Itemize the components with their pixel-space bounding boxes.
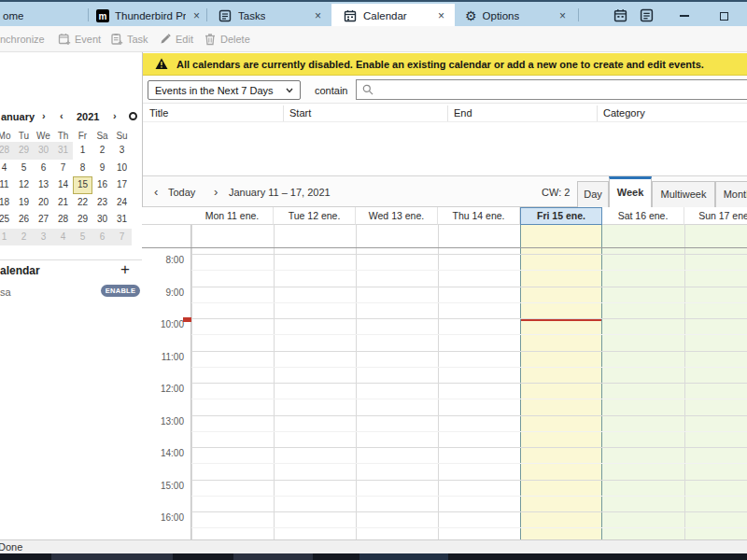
minimonth-day-cell[interactable]: 20	[34, 194, 53, 212]
minimonth-day-cell[interactable]: 6	[34, 160, 53, 177]
minimonth-day-cell[interactable]: 7	[112, 229, 132, 246]
search-input[interactable]	[374, 81, 747, 98]
enable-calendar-badge[interactable]: ENABLE	[101, 285, 140, 297]
day-header-7[interactable]: Sun 17 ene.	[684, 207, 747, 225]
close-icon[interactable]: ×	[557, 9, 568, 22]
tab-label: Options	[483, 10, 520, 21]
tab-options[interactable]: ⚙ Options ×	[455, 4, 576, 28]
minimonth-day-cell[interactable]: 8	[73, 160, 92, 177]
view-tab-day[interactable]: Day	[577, 181, 609, 207]
half-hour-gridline	[191, 496, 747, 497]
minimonth-day-cell[interactable]: 31	[53, 142, 73, 160]
column-header-category[interactable]: Category	[603, 107, 645, 119]
open-tasks-tab-button[interactable]	[636, 6, 656, 24]
minimonth-day-cell[interactable]: 24	[112, 194, 132, 212]
tab-label: Tasks	[238, 10, 265, 21]
minimonth-next-year-arrow[interactable]: ›	[113, 110, 117, 121]
minimonth-day-cell[interactable]: 28	[53, 211, 73, 229]
minimonth-day-cell[interactable]: 31	[112, 211, 132, 229]
minimonth-day-cell[interactable]: 4	[0, 160, 14, 177]
maximize-button[interactable]	[710, 4, 738, 28]
tab-separator	[578, 8, 579, 21]
minimonth-day-cell[interactable]: 6	[92, 229, 112, 246]
hour-label: 13:00	[147, 416, 184, 427]
minimonth-day-cell[interactable]: 26	[14, 211, 34, 229]
day-header-5[interactable]: Fri 15 ene.	[520, 207, 602, 225]
minimonth-day-cell[interactable]: 7	[53, 160, 73, 177]
tab-home[interactable]: ome	[0, 4, 86, 28]
minimonth-day-cell[interactable]: 5	[73, 229, 92, 246]
view-tab-multiweek[interactable]: Multiweek	[652, 181, 715, 207]
minimonth-day-cell[interactable]: 3	[34, 229, 53, 246]
minimize-button[interactable]	[670, 4, 698, 28]
hour-gridline	[191, 447, 747, 448]
minimonth-today-button[interactable]	[129, 112, 137, 120]
new-task-button[interactable]: Task	[110, 26, 148, 51]
minimonth-day-cell[interactable]: 30	[34, 142, 53, 160]
tab-calendar[interactable]: Calendar ×	[331, 4, 455, 28]
close-icon[interactable]: ×	[436, 9, 446, 22]
minimonth-day-cell[interactable]: 12	[14, 176, 34, 194]
add-calendar-button[interactable]: +	[120, 260, 130, 279]
minimonth-day-cell[interactable]: 25	[0, 211, 14, 229]
close-icon[interactable]: ×	[191, 9, 202, 22]
minimonth-today-cell[interactable]: 15	[73, 176, 92, 194]
minimonth-day-cell[interactable]: 9	[92, 160, 112, 177]
column-header-title[interactable]: Title	[149, 107, 168, 119]
minimonth-day-cell[interactable]: 14	[53, 176, 73, 194]
day-header-2[interactable]: Tue 12 ene.	[274, 207, 356, 225]
minimonth-day-cell[interactable]: 22	[73, 194, 92, 212]
minimonth-day-cell[interactable]: 1	[73, 142, 92, 160]
previous-week-arrow[interactable]: ‹	[154, 185, 158, 199]
event-filter-dropdown[interactable]: Events in the Next 7 Days	[148, 80, 301, 100]
edit-button[interactable]: Edit	[159, 26, 193, 51]
minimonth-day-cell[interactable]: 1	[0, 229, 14, 246]
column-header-end[interactable]: End	[454, 107, 472, 119]
calendar-list-item[interactable]: sa	[0, 287, 11, 298]
minimonth-day-cell[interactable]: 3	[112, 142, 132, 160]
day-header-1[interactable]: Mon 11 ene.	[191, 207, 274, 225]
new-event-button[interactable]: Event	[58, 26, 101, 51]
delete-button[interactable]: Delete	[204, 26, 250, 51]
minimonth-day-cell[interactable]: 29	[73, 211, 92, 229]
minimonth-day-cell[interactable]: 11	[0, 176, 14, 194]
tab-thunderbird-privacy[interactable]: m Thunderbird Priv ×	[90, 4, 205, 28]
minimonth-day-cell[interactable]: 5	[14, 160, 34, 177]
minimonth-weekday-label: Tu	[14, 131, 34, 141]
day-header-4[interactable]: Thu 14 ene.	[438, 207, 520, 225]
column-header-start[interactable]: Start	[289, 107, 311, 119]
next-week-arrow[interactable]: ›	[214, 185, 218, 199]
day-header-6[interactable]: Sat 16 ene.	[602, 207, 684, 225]
minimonth-day-cell[interactable]: 29	[14, 142, 34, 160]
current-time-line	[521, 319, 601, 321]
minimonth-next-month-arrow[interactable]: ›	[42, 110, 46, 121]
minimonth-day-cell[interactable]: 23	[92, 194, 112, 212]
tab-separator	[88, 8, 89, 21]
minimonth-day-cell[interactable]: 10	[112, 160, 132, 177]
today-button[interactable]: Today	[168, 187, 195, 198]
minimonth-day-cell[interactable]: 18	[0, 194, 14, 212]
minimonth-day-cell[interactable]: 2	[14, 229, 34, 246]
view-tab-week[interactable]: Week	[609, 176, 652, 207]
close-icon[interactable]: ×	[313, 9, 323, 22]
calendar-navigation-bar: ‹ Today › January 11 – 17, 2021 CW: 2 Da…	[143, 175, 747, 207]
minimonth-day-cell[interactable]: 30	[92, 211, 112, 229]
minimonth-day-cell[interactable]: 27	[34, 211, 53, 229]
taskbar-item	[359, 553, 448, 560]
minimonth-prev-year-arrow[interactable]: ‹	[60, 110, 63, 121]
minimonth-day-cell[interactable]: 19	[14, 194, 34, 212]
tab-tasks[interactable]: Tasks ×	[208, 4, 330, 28]
minimonth-day-cell[interactable]: 16	[92, 176, 112, 194]
minimonth-day-cell[interactable]: 2	[92, 142, 112, 160]
hour-gridline	[191, 383, 747, 384]
minimonth-day-cell[interactable]: 28	[0, 142, 14, 160]
minimonth-day-cell[interactable]: 4	[53, 229, 73, 246]
minimonth-day-cell[interactable]: 17	[112, 176, 132, 194]
day-header-3[interactable]: Wed 13 ene.	[356, 207, 438, 225]
minimonth-day-cell[interactable]: 13	[34, 176, 53, 194]
open-calendar-tab-button[interactable]	[610, 6, 630, 24]
synchronize-button[interactable]: nchronize	[0, 26, 45, 51]
notification-text: All calendars are currently disabled. En…	[176, 59, 704, 70]
minimonth-day-cell[interactable]: 21	[53, 194, 73, 212]
view-tab-month[interactable]: Month	[715, 181, 747, 207]
